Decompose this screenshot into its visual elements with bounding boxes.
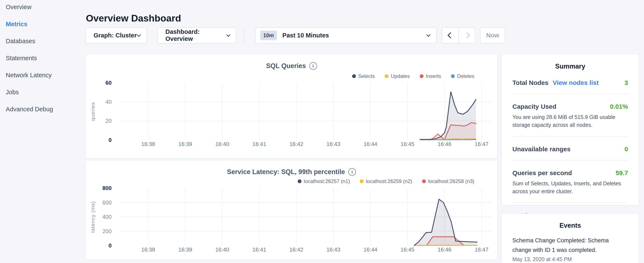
next-time-button[interactable] xyxy=(459,28,475,43)
now-button[interactable]: Now xyxy=(480,27,505,43)
chevron-down-icon xyxy=(426,33,430,37)
event-text: Schema Change Completed: Schema change w… xyxy=(512,236,628,255)
qps-description: Sum of Selects, Updates, Inserts, and De… xyxy=(512,180,628,195)
capacity-description: You are using 28.6 MiB of 515.9 GiB usab… xyxy=(512,113,628,129)
page: Overview Metrics Databases Statements Ne… xyxy=(0,0,644,263)
time-pager xyxy=(442,27,475,43)
chart-plot-area[interactable] xyxy=(86,55,498,158)
service-latency-chart-card: Service Latency: SQL, 99th percentile i … xyxy=(86,160,498,259)
capacity-value: 0.01% xyxy=(610,103,628,110)
event-timestamp: May 13, 2020 at 4:45 PM xyxy=(512,256,628,262)
total-nodes-label: Total Nodes xyxy=(512,79,548,86)
chevron-down-icon xyxy=(137,33,141,37)
divider xyxy=(512,203,628,203)
sidebar-item-overview[interactable]: Overview xyxy=(6,4,81,11)
qps-label: Queries per second xyxy=(512,169,572,177)
qps-value: 59.7 xyxy=(616,169,628,177)
prev-time-button[interactable] xyxy=(442,28,459,43)
summary-row-qps: Queries per second 59.7 xyxy=(512,169,628,177)
divider xyxy=(512,94,628,94)
page-title: Overview Dashboard xyxy=(86,13,181,24)
summary-title: Summary xyxy=(502,63,639,70)
sidebar-item-network-latency[interactable]: Network Latency xyxy=(6,72,81,79)
dashboard-dropdown[interactable]: Dashboard: Overview xyxy=(157,27,236,43)
sidebar-item-databases[interactable]: Databases xyxy=(6,38,81,45)
summary-row-total-nodes: Total Nodes View nodes list 3 xyxy=(512,79,628,86)
sidebar: Overview Metrics Databases Statements Ne… xyxy=(0,0,81,123)
sidebar-item-advanced-debug[interactable]: Advanced Debug xyxy=(6,106,81,113)
chevron-left-icon xyxy=(447,32,453,38)
time-shortcut-badge: 10m xyxy=(260,31,277,40)
time-range-picker[interactable]: 10m Past 10 Minutes xyxy=(255,27,437,43)
capacity-label: Capacity Used xyxy=(512,103,556,110)
total-nodes-value: 3 xyxy=(624,79,628,86)
chevron-right-icon xyxy=(464,32,470,38)
sidebar-item-statements[interactable]: Statements xyxy=(6,55,81,62)
events-title: Events xyxy=(502,222,639,229)
sidebar-item-jobs[interactable]: Jobs xyxy=(6,89,81,96)
divider xyxy=(512,160,628,160)
chart-plot-area[interactable] xyxy=(86,160,498,260)
series-area-localhost:26257 (n1) xyxy=(414,199,477,245)
summary-row-unavailable-ranges: Unavailable ranges 0 xyxy=(512,146,628,153)
summary-panel: Summary Total Nodes View nodes list 3 Ca… xyxy=(502,54,639,205)
toolbar-divider xyxy=(244,27,244,43)
graph-dropdown[interactable]: Graph: Cluster xyxy=(86,27,147,43)
toolbar: Graph: Cluster Dashboard: Overview 10m P… xyxy=(86,27,505,43)
events-panel: Events Schema Change Completed: Schema c… xyxy=(502,213,639,263)
dashboard-dropdown-label: Dashboard: Overview xyxy=(166,28,227,42)
unavailable-ranges-value: 0 xyxy=(624,146,628,153)
sidebar-item-metrics[interactable]: Metrics xyxy=(6,21,81,28)
view-nodes-list-link[interactable]: View nodes list xyxy=(552,79,598,86)
graph-dropdown-label: Graph: Cluster xyxy=(94,32,137,39)
sql-queries-chart-card: SQL Queries i SelectsUpdatesInsertsDelet… xyxy=(86,54,498,158)
divider xyxy=(512,136,628,137)
time-range-label: Past 10 Minutes xyxy=(282,32,427,39)
summary-row-capacity: Capacity Used 0.01% xyxy=(512,103,628,110)
unavailable-ranges-label: Unavailable ranges xyxy=(512,146,570,153)
